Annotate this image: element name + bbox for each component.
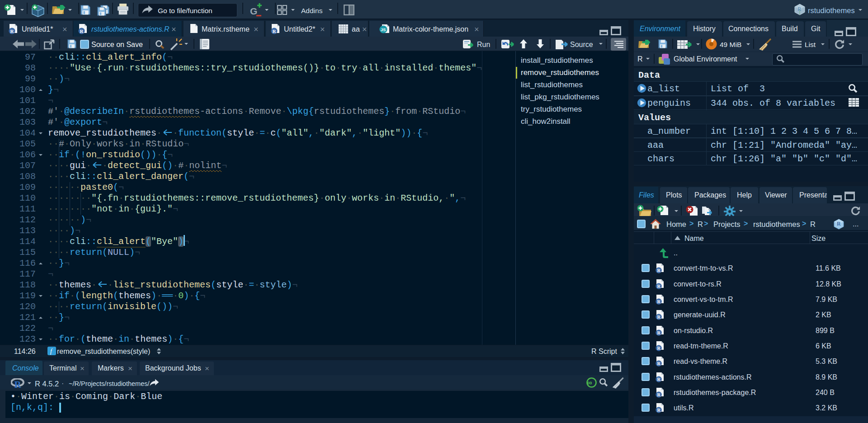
svg-text:R: R — [657, 392, 660, 397]
svg-text:R: R — [657, 299, 660, 304]
svg-text:R: R — [657, 346, 660, 351]
svg-text:R: R — [14, 379, 22, 389]
svg-text:R: R — [10, 28, 14, 34]
svg-text:JS: JS — [381, 27, 386, 32]
svg-text:R: R — [657, 330, 660, 335]
svg-text:R: R — [657, 377, 660, 382]
svg-text:R: R — [657, 284, 660, 289]
svg-text:R: R — [273, 28, 277, 34]
svg-text:R: R — [797, 6, 801, 12]
svg-text:∞: ∞ — [588, 379, 592, 387]
svg-text:R: R — [657, 361, 660, 366]
svg-text:R: R — [80, 28, 84, 34]
svg-text:R: R — [657, 268, 660, 273]
svg-text:R: R — [837, 221, 841, 227]
svg-text:G: G — [250, 6, 257, 16]
svg-text:R: R — [657, 315, 660, 320]
svg-text:R: R — [657, 408, 660, 413]
